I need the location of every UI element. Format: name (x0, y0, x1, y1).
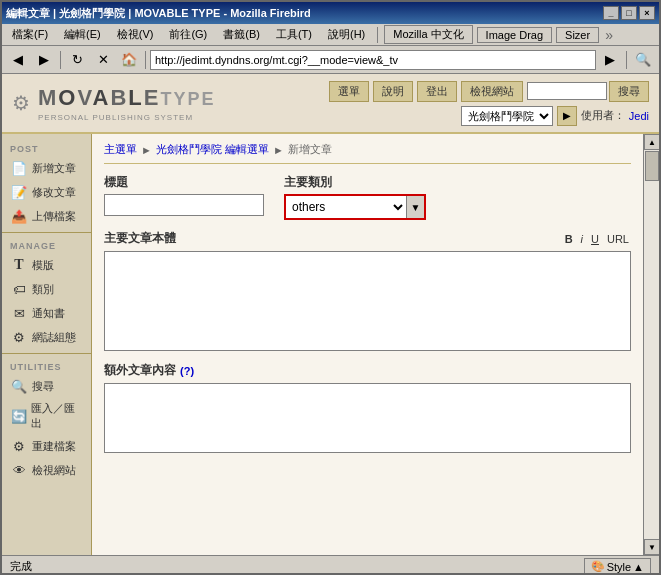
menu-view[interactable]: 檢視(V) (111, 25, 160, 44)
sidebar-item-edit-post[interactable]: 📝 修改文章 (2, 180, 91, 204)
bold-btn[interactable]: B (563, 233, 575, 245)
main-layout: POST 📄 新增文章 📝 修改文章 📤 上傳檔案 MANAGE T 模版 🏷 … (2, 134, 659, 555)
sidebar-view-site-label: 檢視網站 (32, 463, 76, 478)
mt-search-input[interactable] (527, 82, 607, 100)
sidebar-item-view-site[interactable]: 👁 檢視網站 (2, 458, 91, 482)
mt-nav-bottom: 光劍格鬥學院 ▶ 使用者： Jedi (461, 106, 649, 126)
go-btn[interactable]: ▶ (598, 49, 622, 71)
breadcrumb: 主選單 ► 光劍格鬥學院 編輯選單 ► 新增文章 (104, 142, 631, 164)
sidebar-item-rebuild[interactable]: ⚙ 重建檔案 (2, 434, 91, 458)
mt-logo-block: MOVABLETYPE PERSONAL PUBLISHING SYSTEM (38, 85, 215, 122)
mt-user-name[interactable]: Jedi (629, 110, 649, 122)
extra-textarea[interactable] (104, 383, 631, 453)
status-right: 🎨 Style ▲ (584, 558, 651, 575)
mt-gear-icon: ⚙ (12, 91, 30, 115)
sidebar-item-notifications[interactable]: ✉ 通知書 (2, 301, 91, 325)
right-scrollbar: ▲ ▼ (643, 134, 659, 555)
breadcrumb-main[interactable]: 主選單 (104, 142, 137, 157)
import-export-icon: 🔄 (10, 407, 27, 425)
breadcrumb-site[interactable]: 光劍格鬥學院 編輯選單 (156, 142, 269, 157)
sidebar-item-search[interactable]: 🔍 搜尋 (2, 374, 91, 398)
sidebar-item-new-post[interactable]: 📄 新增文章 (2, 156, 91, 180)
italic-btn[interactable]: i (579, 233, 585, 245)
upload-icon: 📤 (10, 207, 28, 225)
category-label: 主要類別 (284, 174, 426, 191)
title-label: 標題 (104, 174, 264, 191)
category-select[interactable]: others (286, 196, 406, 218)
sidebar-divider1 (2, 232, 91, 233)
sidebar-divider2 (2, 353, 91, 354)
mt-search-btn[interactable]: 搜尋 (609, 81, 649, 102)
mt-user-label: 使用者： (581, 108, 625, 123)
nav-menu-btn[interactable]: 選單 (329, 81, 369, 102)
breadcrumb-sep1: ► (141, 144, 152, 156)
tab-mozilla-zh[interactable]: Mozilla 中文化 (384, 25, 472, 44)
mt-nav-right: 選單 說明 登出 檢視網站 搜尋 光劍格鬥學院 ▶ 使用者： Jedi (329, 81, 649, 126)
menu-bar: 檔案(F) 編輯(E) 檢視(V) 前往(G) 書籤(B) 工具(T) 說明(H… (2, 24, 659, 46)
maximize-btn[interactable]: □ (621, 6, 637, 20)
reload-btn[interactable]: ↻ (65, 49, 89, 71)
tab-image-drag[interactable]: Image Drag (477, 27, 552, 43)
sidebar-edit-post-label: 修改文章 (32, 185, 76, 200)
sidebar-rebuild-label: 重建檔案 (32, 439, 76, 454)
mt-site-select[interactable]: 光劍格鬥學院 (461, 106, 553, 126)
menu-bookmarks[interactable]: 書籤(B) (217, 25, 266, 44)
stop-btn[interactable]: ✕ (91, 49, 115, 71)
underline-btn[interactable]: U (589, 233, 601, 245)
minimize-btn[interactable]: _ (603, 6, 619, 20)
menu-go[interactable]: 前往(G) (163, 25, 213, 44)
toolbar-sep3 (626, 51, 627, 69)
close-btn[interactable]: × (639, 6, 655, 20)
templates-icon: T (10, 256, 28, 274)
sidebar-import-export-label: 匯入／匯出 (31, 401, 83, 431)
body-label: 主要文章本體 (104, 230, 176, 247)
menu-file[interactable]: 檔案(F) (6, 25, 54, 44)
title-input[interactable] (104, 194, 264, 216)
back-btn[interactable]: ◀ (6, 49, 30, 71)
extra-label-text: 額外文章內容 (104, 362, 176, 379)
sidebar-item-templates[interactable]: T 模版 (2, 253, 91, 277)
sidebar-upload-label: 上傳檔案 (32, 209, 76, 224)
window-title: 編輯文章 | 光劍格鬥學院 | MOVABLE TYPE - Mozilla F… (6, 6, 311, 21)
scroll-down-btn[interactable]: ▼ (644, 539, 660, 555)
mt-nav-top: 選單 說明 登出 檢視網站 搜尋 (329, 81, 649, 102)
mt-header: ⚙ MOVABLETYPE PERSONAL PUBLISHING SYSTEM… (2, 74, 659, 134)
sidebar-item-import-export[interactable]: 🔄 匯入／匯出 (2, 398, 91, 434)
scroll-track (644, 150, 659, 539)
sidebar: POST 📄 新增文章 📝 修改文章 📤 上傳檔案 MANAGE T 模版 🏷 … (2, 134, 92, 555)
menu-help[interactable]: 說明(H) (322, 25, 371, 44)
new-post-icon: 📄 (10, 159, 28, 177)
content-area: 主選單 ► 光劍格鬥學院 編輯選單 ► 新增文章 標題 主要類別 others … (92, 134, 643, 555)
sidebar-item-categories[interactable]: 🏷 類別 (2, 277, 91, 301)
style-btn[interactable]: 🎨 Style ▲ (584, 558, 651, 575)
forward-btn[interactable]: ▶ (32, 49, 56, 71)
sidebar-notifications-label: 通知書 (32, 306, 65, 321)
window-controls: _ □ × (603, 6, 655, 20)
search-btn-toolbar[interactable]: 🔍 (631, 49, 655, 71)
category-dropdown-arrow[interactable]: ▼ (406, 196, 424, 218)
nav-logout-btn[interactable]: 登出 (417, 81, 457, 102)
category-select-wrapper: others ▼ (284, 194, 426, 220)
scroll-thumb[interactable] (645, 151, 659, 181)
scroll-up-btn[interactable]: ▲ (644, 134, 660, 150)
menu-tools[interactable]: 工具(T) (270, 25, 318, 44)
nav-view-site-btn[interactable]: 檢視網站 (461, 81, 523, 102)
title-category-row: 標題 主要類別 others ▼ (104, 174, 631, 220)
editor-toolbar: B i U URL (563, 233, 631, 245)
sidebar-post-label: POST (2, 140, 91, 156)
mt-search-box: 搜尋 (527, 81, 649, 102)
body-textarea[interactable] (104, 251, 631, 351)
menu-edit[interactable]: 編輯(E) (58, 25, 107, 44)
tab-sizer[interactable]: Sizer (556, 27, 599, 43)
title-group: 標題 (104, 174, 264, 216)
address-bar (150, 50, 596, 70)
sidebar-item-site-config[interactable]: ⚙ 網誌組態 (2, 325, 91, 349)
home-btn[interactable]: 🏠 (117, 49, 141, 71)
mt-refresh-btn[interactable]: ▶ (557, 106, 577, 126)
sidebar-item-upload[interactable]: 📤 上傳檔案 (2, 204, 91, 228)
nav-help-btn[interactable]: 說明 (373, 81, 413, 102)
address-input[interactable] (155, 54, 591, 66)
extra-help-link[interactable]: (?) (180, 365, 194, 377)
url-btn[interactable]: URL (605, 233, 631, 245)
rebuild-icon: ⚙ (10, 437, 28, 455)
